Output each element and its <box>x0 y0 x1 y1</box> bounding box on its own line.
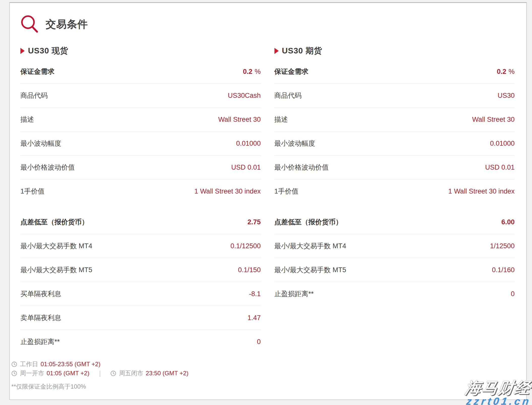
table-row: 1手价值1 Wall Street 30 index <box>20 179 261 203</box>
row-label: 买单隔夜利息 <box>20 289 61 298</box>
table-row: 点差低至（报价货币）2.75 <box>20 210 261 234</box>
watermark-domain: zzrt01.cn <box>465 396 532 405</box>
row-label: 保证金需求 <box>20 67 54 76</box>
row-value: 1/12500 <box>490 242 515 250</box>
row-value: 0.1/150 <box>238 266 261 274</box>
search-icon <box>20 15 39 34</box>
row-value: Wall Street 30 <box>472 116 515 123</box>
row-label: 止盈损距离** <box>20 337 60 346</box>
column-us30-cash: US30 现货 保证金需求0.2%商品代码US30Cash描述Wall Stre… <box>20 45 261 391</box>
row-label: 最小波动幅度 <box>274 139 315 148</box>
row-label: 最小/最大交易手数 MT4 <box>274 241 346 251</box>
row-label: 1手价值 <box>20 187 45 196</box>
row-label: 最小波动幅度 <box>20 139 61 148</box>
row-label: 点差低至（报价货币） <box>20 217 88 227</box>
row-value: USD 0.01 <box>231 164 261 171</box>
column-header: US30 现货 <box>20 45 261 57</box>
triangle-bullet-icon <box>274 48 279 54</box>
row-value: 1 Wall Street 30 index <box>194 188 261 195</box>
row-value: 0.2 <box>243 68 253 75</box>
spec-table: 保证金需求0.2%商品代码US30Cash描述Wall Street 30最小波… <box>20 60 261 203</box>
spec-table: 保证金需求0.2%商品代码US30描述Wall Street 30最小波动幅度0… <box>274 60 515 203</box>
row-label: 1手价值 <box>274 187 299 196</box>
table-row: 最小价格波动价值USD 0.01 <box>20 155 261 179</box>
row-label: 描述 <box>274 115 288 124</box>
hours-time: 01:05 (GMT +2) <box>47 370 89 377</box>
table-row: 最小/最大交易手数 MT41/12500 <box>274 234 515 258</box>
clock-icon <box>11 370 17 376</box>
row-value-suffix: % <box>509 68 515 75</box>
hours-label: 工作日 <box>20 360 38 368</box>
row-value: Wall Street 30 <box>218 116 261 123</box>
site-watermark: 海马财经 zzrt01.cn <box>465 380 531 405</box>
row-label: 止盈损距离** <box>274 289 314 298</box>
spec-sections: 保证金需求0.2%商品代码US30描述Wall Street 30最小波动幅度0… <box>274 60 515 306</box>
trading-hours-footer: 工作日 01:05-23:55 (GMT +2) 周一开市 01:05 (GMT… <box>11 360 261 391</box>
row-label: 描述 <box>20 115 34 124</box>
spec-sections: 保证金需求0.2%商品代码US30Cash描述Wall Street 30最小波… <box>20 60 261 354</box>
row-value: 1.47 <box>247 314 261 322</box>
table-row: 商品代码US30Cash <box>20 84 261 108</box>
clock-icon <box>110 370 116 376</box>
row-label: 卖单隔夜利息 <box>20 313 61 322</box>
spec-table: 点差低至（报价货币）2.75最小/最大交易手数 MT40.1/12500最小/最… <box>20 210 261 354</box>
trading-conditions-card: 交易条件 US30 现货 保证金需求0.2%商品代码US30Cash描述Wall… <box>9 2 527 400</box>
table-row: 最小价格波动价值USD 0.01 <box>274 155 515 179</box>
row-value: 0.01000 <box>490 140 515 147</box>
hours-time: 23:50 (GMT +2) <box>146 370 189 377</box>
row-value: 6.00 <box>501 218 515 226</box>
table-row: 最小/最大交易手数 MT40.1/12500 <box>20 234 261 258</box>
table-row: 卖单隔夜利息1.47 <box>20 306 261 330</box>
row-value: 1 Wall Street 30 index <box>448 188 515 195</box>
row-value: 0 <box>511 290 515 298</box>
row-value: 0.2 <box>497 68 506 75</box>
table-row: 最小波动幅度0.01000 <box>20 132 261 155</box>
clock-icon <box>11 361 17 367</box>
row-label: 最小价格波动价值 <box>274 163 329 172</box>
table-row: 止盈损距离**0 <box>20 330 261 354</box>
table-row: 商品代码US30 <box>274 84 515 108</box>
separator: ｜ <box>97 369 103 377</box>
column-title: US30 现货 <box>28 45 68 56</box>
watermark-brand: 海马财经 <box>464 380 532 396</box>
row-label: 最小/最大交易手数 MT5 <box>20 265 92 274</box>
table-row: 点差低至（报价货币）6.00 <box>274 210 515 234</box>
table-row: 描述Wall Street 30 <box>20 108 261 132</box>
row-label: 商品代码 <box>274 91 302 100</box>
spec-table: 点差低至（报价货币）6.00最小/最大交易手数 MT41/12500最小/最大交… <box>274 210 515 306</box>
table-row: 1手价值1 Wall Street 30 index <box>274 179 515 203</box>
row-value: US30 <box>497 92 515 99</box>
page-header: 交易条件 <box>20 14 515 35</box>
table-row: 最小波动幅度0.01000 <box>274 132 515 155</box>
column-header: US30 期货 <box>274 45 515 57</box>
table-row: 止盈损距离**0 <box>274 282 515 306</box>
row-label: 保证金需求 <box>274 67 308 76</box>
trading-hours-weekday: 工作日 01:05-23:55 (GMT +2) <box>11 360 261 369</box>
page-title: 交易条件 <box>46 17 88 31</box>
row-value: USD 0.01 <box>485 164 515 171</box>
row-value-suffix: % <box>255 68 261 75</box>
row-label: 点差低至（报价货币） <box>274 217 342 227</box>
row-value: 0.01000 <box>236 140 261 147</box>
triangle-bullet-icon <box>20 48 25 54</box>
table-row: 保证金需求0.2% <box>20 60 261 84</box>
row-value: -8.1 <box>249 290 261 298</box>
row-label: 最小/最大交易手数 MT4 <box>20 241 92 251</box>
row-value: 0 <box>257 338 261 346</box>
table-row: 最小/最大交易手数 MT50.1/150 <box>20 258 261 282</box>
hours-time: 01:05-23:55 (GMT +2) <box>41 361 101 368</box>
table-row: 买单隔夜利息-8.1 <box>20 282 261 306</box>
row-value: 0.1/160 <box>492 266 515 274</box>
instrument-columns: US30 现货 保证金需求0.2%商品代码US30Cash描述Wall Stre… <box>20 45 515 391</box>
column-us30-futures: US30 期货 保证金需求0.2%商品代码US30描述Wall Street 3… <box>274 45 515 391</box>
row-value: US30Cash <box>228 92 261 99</box>
row-label: 商品代码 <box>20 91 48 100</box>
row-value: 0.1/12500 <box>230 242 261 250</box>
margin-footnote: **仅限保证金比例高于100% <box>11 382 261 391</box>
row-value: 2.75 <box>247 218 261 226</box>
table-row: 描述Wall Street 30 <box>274 108 515 132</box>
hours-label: 周一开市 <box>20 369 44 377</box>
row-label: 最小价格波动价值 <box>20 163 75 172</box>
table-row: 保证金需求0.2% <box>274 60 515 84</box>
trading-hours-open-close: 周一开市 01:05 (GMT +2) ｜ 周五闭市 23:50 (GMT +2… <box>11 369 261 378</box>
